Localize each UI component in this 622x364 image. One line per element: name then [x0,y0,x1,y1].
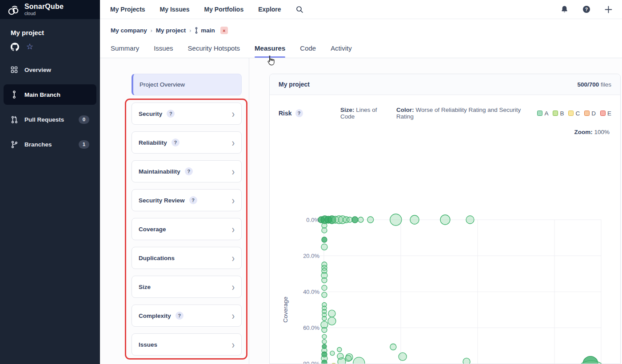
chart-bubble[interactable] [352,217,358,223]
breadcrumb-org[interactable]: My company [111,27,147,34]
measures-nav-security[interactable]: Security ? › [132,103,242,125]
chart-meta-row: Risk ? Size: Lines of Code Color: Worse … [270,95,620,120]
measures-nav-project-overview[interactable]: Project Overview [132,74,242,95]
measures-nav-reliability[interactable]: Reliability ? › [132,131,242,154]
chart-bubble[interactable] [337,348,342,352]
help-icon[interactable]: ? [167,110,175,118]
chart-card-header: My project 500/700 files [270,74,620,95]
measures-nav: Project Overview Security ? › Reliabilit… [125,74,248,360]
chevron-right-icon: › [232,339,235,350]
risk-chart-card: My project 500/700 files Risk ? Size: Li… [269,74,621,364]
measures-nav-issues[interactable]: Issues › [132,333,242,356]
chart-bubble[interactable] [322,292,327,297]
nav-my-portfolios[interactable]: My Portfolios [204,6,244,13]
chart-bubble[interactable] [440,215,450,225]
sidebar-item-pull-requests[interactable]: Pull Requests 0 [4,109,96,130]
rating-c-label: C [575,110,580,117]
chart-bubble[interactable] [463,358,470,364]
measures-nav-coverage[interactable]: Coverage › [132,218,242,240]
tab-issues[interactable]: Issues [154,44,173,58]
chart-bubble[interactable] [328,317,336,325]
nav-my-projects[interactable]: My Projects [110,6,145,13]
breadcrumb-separator: › [151,28,152,34]
sidebar-item-label: Branches [24,141,52,148]
chevron-right-icon: › [232,137,235,148]
measures-nav-complexity[interactable]: Complexity ? › [132,305,242,327]
chart-bubble[interactable] [410,215,419,224]
sidebar-item-main-branch[interactable]: Main Branch [4,84,96,105]
branch-close-icon[interactable]: × [220,27,228,34]
color-value: Worse of Reliability Rating and Security… [396,107,521,120]
rating-legend: A B C D E [537,110,611,117]
sidebar-item-label: Main Branch [24,91,60,98]
svg-text:40.0%: 40.0% [303,289,319,295]
files-count-suffix: files [599,81,611,88]
section-label: Maintainability [139,168,180,175]
section-label: Issues [139,341,157,348]
help-icon[interactable]: ? [185,167,193,175]
chart-bubble[interactable] [573,361,610,364]
branches-count-badge: 1 [79,140,89,149]
tab-security-hotspots[interactable]: Security Hotspots [188,44,240,58]
notifications-bell-icon[interactable] [561,5,568,13]
tab-summary[interactable]: Summary [111,44,139,58]
annotation-red-outline: Security ? › Reliability ? › Maintainabi… [125,99,247,360]
chart-bubble[interactable] [322,277,327,283]
help-icon[interactable]: ? [175,312,183,320]
help-icon[interactable]: ? [189,196,197,204]
breadcrumb-separator: › [189,28,191,34]
chart-bubble[interactable] [399,352,407,360]
help-icon[interactable]: ? [582,5,590,13]
tab-measures[interactable]: Measures [255,44,285,58]
github-icon[interactable] [11,43,19,51]
chart-bubble[interactable] [390,214,402,226]
tab-activity[interactable]: Activity [331,44,352,58]
brand[interactable]: SonarQube cloud [0,0,100,19]
rating-a-swatch [537,111,542,116]
measures-nav-size[interactable]: Size › [132,276,242,298]
rating-b-label: B [560,110,564,117]
chart-bubble[interactable] [322,237,327,242]
chart-bubble[interactable] [322,327,327,332]
risk-bubble-chart[interactable]: 0.0%20.0%40.0%60.0%80.0%050min1h 40min2h… [270,207,621,364]
sidebar-item-branches[interactable]: Branches 1 [4,134,96,154]
chart-bubble[interactable] [321,244,327,250]
chart-bubble[interactable] [328,310,335,317]
nav-explore[interactable]: Explore [258,6,281,13]
sonarqube-logo-icon [7,4,20,16]
chart-bubble[interactable] [338,358,346,364]
favorite-star-icon[interactable]: ☆ [26,42,33,51]
chart-bubble[interactable] [353,357,365,364]
create-plus-icon[interactable] [605,6,612,13]
chart-bubble[interactable] [322,285,327,290]
sidebar-item-overview[interactable]: Overview [4,59,96,80]
chart-bubble[interactable] [345,355,351,361]
rating-d-label: D [591,110,596,117]
chart-bubble[interactable] [322,340,327,344]
chart-bubble[interactable] [390,344,396,350]
tab-code[interactable]: Code [300,44,316,58]
breadcrumb-project[interactable]: My project [156,27,186,34]
chart-bubble[interactable] [322,334,327,339]
nav-my-issues[interactable]: My Issues [160,6,190,13]
section-label: Duplications [139,255,175,261]
measures-nav-duplications[interactable]: Duplications › [132,247,242,269]
measures-nav-security-review[interactable]: Security Review ? › [132,189,242,211]
chart-bubble[interactable] [330,351,335,356]
chart-bubble[interactable] [358,217,363,222]
zoom-indicator: Zoom: 100% [270,120,620,135]
rating-b: B [553,110,564,117]
help-icon[interactable]: ? [171,138,179,146]
risk-help-icon[interactable]: ? [295,109,303,117]
chart-bubble[interactable] [367,217,374,223]
svg-text:0.0%: 0.0% [306,217,319,223]
chart-bubble[interactable] [466,216,474,224]
search-icon[interactable] [296,6,303,13]
chart-bubble[interactable] [322,228,327,233]
project-overview-label: Project Overview [140,81,185,88]
chart-bubble[interactable] [322,316,327,320]
pull-request-icon [11,116,18,123]
measures-nav-maintainability[interactable]: Maintainability ? › [132,160,242,182]
chart-bubble[interactable] [322,223,327,228]
section-label: Security [139,111,162,117]
